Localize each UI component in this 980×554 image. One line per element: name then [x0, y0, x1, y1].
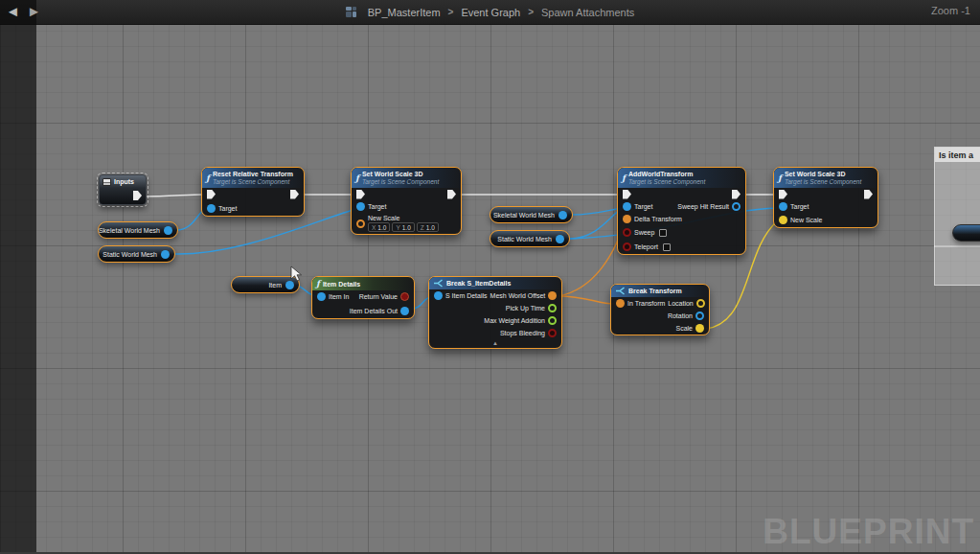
- delta-transform-pin[interactable]: [623, 215, 631, 223]
- breadcrumb: BP_MasterItem > Event Graph > Spawn Atta…: [346, 7, 635, 18]
- exec-out-pin[interactable]: [133, 191, 142, 200]
- location-pin[interactable]: [696, 299, 705, 308]
- tunnel-icon: [103, 178, 111, 186]
- axis-value: 1.0: [402, 224, 411, 231]
- new-scale-pin[interactable]: [356, 219, 365, 228]
- scale-z-input[interactable]: Z1.0: [417, 222, 439, 232]
- node-header: ƒ Set World Scale 3D Target is Scene Com…: [352, 168, 461, 188]
- node-set-world-scale-3d-2[interactable]: ƒ Set World Scale 3D Target is Scene Com…: [773, 167, 878, 228]
- rotation-pin[interactable]: [695, 312, 704, 320]
- function-icon: ƒ: [355, 173, 359, 183]
- node-skeletal-world-mesh-var-2[interactable]: Skeletal World Mesh: [490, 206, 573, 223]
- node-header: ƒ Set World Scale 3D Target is Scene Com…: [774, 168, 877, 188]
- sweep-pin[interactable]: [623, 228, 631, 237]
- variable-label: Static World Mesh: [497, 236, 552, 242]
- exec-out-pin[interactable]: [290, 190, 299, 199]
- stops-bleeding-pin[interactable]: [548, 329, 557, 337]
- new-scale-pin[interactable]: [779, 216, 787, 224]
- back-arrow-icon[interactable]: ◄: [6, 3, 20, 20]
- pin-label: Pick Up Time: [506, 305, 545, 312]
- pin-label: Stops Bleeding: [500, 330, 545, 336]
- blueprint-icon: [346, 7, 356, 17]
- break-struct-icon: [433, 279, 444, 288]
- variable-label: Item: [268, 282, 282, 289]
- object-out-pin[interactable]: [161, 250, 170, 259]
- item-in-pin[interactable]: [317, 292, 326, 301]
- object-out-pin[interactable]: [558, 211, 567, 219]
- sweep-hit-result-pin[interactable]: [732, 202, 741, 211]
- node-title: Set World Scale 3D: [362, 170, 439, 178]
- pin-label: Location: [668, 300, 693, 307]
- object-out-pin[interactable]: [285, 281, 294, 289]
- pin-label: Sweep Hit Result: [677, 203, 729, 210]
- axis-label: Y: [396, 224, 399, 231]
- node-title: Item Details: [323, 280, 360, 289]
- node-break-transform[interactable]: Break Transform In Transform Location Ro…: [610, 284, 710, 335]
- pin-label: Rotation: [668, 312, 693, 319]
- pin-label: New Scale: [368, 215, 439, 221]
- item-details-out-pin[interactable]: [400, 307, 409, 315]
- node-title: AddWorldTransform: [628, 170, 705, 178]
- node-inputs[interactable]: Inputs: [99, 174, 147, 205]
- sweep-checkbox[interactable]: [659, 229, 667, 237]
- node-static-world-mesh-var-2[interactable]: Static World Mesh: [490, 230, 570, 247]
- function-icon: ƒ: [778, 173, 782, 183]
- exec-in-pin[interactable]: [207, 190, 216, 199]
- exec-in-pin[interactable]: [779, 190, 787, 199]
- teleport-pin[interactable]: [623, 242, 631, 251]
- comment-box[interactable]: Is item a: [934, 147, 980, 286]
- node-header: ƒ Reset Relative Transform Target is Sce…: [202, 168, 304, 188]
- object-out-pin[interactable]: [556, 235, 564, 243]
- target-pin[interactable]: [779, 202, 787, 211]
- pin-label: Max Weight Addition: [484, 317, 545, 324]
- node-set-world-scale-3d-1[interactable]: ƒ Set World Scale 3D Target is Scene Com…: [351, 167, 462, 235]
- node-header: Break Transform: [611, 285, 709, 297]
- breadcrumb-subgraph[interactable]: Spawn Attachments: [541, 7, 634, 18]
- blueprint-watermark: BLUEPRINT: [763, 512, 974, 552]
- wire-skeletalmid-to-addtransform-target: [573, 208, 623, 215]
- comment-title[interactable]: Is item a: [935, 148, 980, 162]
- target-pin[interactable]: [356, 202, 365, 211]
- mesh-world-offset-pin[interactable]: [548, 291, 557, 300]
- pin-label: Target: [368, 203, 386, 210]
- in-transform-pin[interactable]: [616, 299, 625, 308]
- node-item-details[interactable]: ƒ Item Details Item In Return Value Item…: [311, 276, 415, 319]
- collapse-arrow[interactable]: ▲: [429, 339, 561, 348]
- exec-in-pin[interactable]: [623, 190, 631, 199]
- node-item-var[interactable]: Item: [231, 276, 300, 293]
- struct-in-pin[interactable]: [434, 291, 443, 300]
- node-title: Inputs: [114, 177, 134, 186]
- node-header: ƒ Item Details: [312, 277, 414, 290]
- exec-in-pin[interactable]: [356, 190, 365, 199]
- pin-label: Target: [634, 203, 652, 210]
- breadcrumb-blueprint[interactable]: BP_MasterItem: [368, 7, 441, 18]
- forward-arrow-icon[interactable]: ►: [27, 3, 41, 20]
- pin-label: Delta Transform: [634, 216, 682, 222]
- axis-value: 1.0: [426, 224, 435, 231]
- pin-label: Sweep: [634, 229, 654, 236]
- scale-x-input[interactable]: X1.0: [368, 222, 390, 232]
- node-title: Set World Scale 3D: [785, 170, 861, 178]
- breadcrumb-graph[interactable]: Event Graph: [461, 7, 520, 18]
- scale-y-input[interactable]: Y1.0: [392, 222, 414, 232]
- object-out-pin[interactable]: [164, 226, 172, 235]
- node-partial-pill[interactable]: [952, 224, 980, 242]
- max-weight-addition-pin[interactable]: [548, 316, 557, 325]
- scale-pin[interactable]: [695, 324, 704, 333]
- node-add-world-transform[interactable]: ƒ AddWorldTransform Target is Scene Comp…: [617, 167, 746, 255]
- axis-label: Z: [421, 224, 424, 231]
- variable-label: Skeletal World Mesh: [99, 227, 160, 234]
- node-break-s-itemdetails[interactable]: Break S_ItemDetails S Item Details Mesh …: [428, 276, 562, 349]
- target-pin[interactable]: [207, 204, 216, 213]
- exec-out-pin[interactable]: [447, 190, 456, 199]
- node-static-world-mesh-var[interactable]: Static World Mesh: [98, 245, 175, 263]
- return-value-pin[interactable]: [400, 292, 409, 301]
- node-skeletal-world-mesh-var[interactable]: Skeletal World Mesh: [98, 221, 178, 239]
- exec-out-pin[interactable]: [864, 190, 873, 199]
- teleport-checkbox[interactable]: [663, 243, 671, 251]
- pick-up-time-pin[interactable]: [548, 304, 557, 312]
- blueprint-editor: BLUEPRINT BP_MasterItem > Event Graph > …: [0, 0, 980, 554]
- node-reset-relative-transform[interactable]: ƒ Reset Relative Transform Target is Sce…: [201, 167, 305, 217]
- target-pin[interactable]: [623, 202, 631, 211]
- exec-out-pin[interactable]: [732, 190, 741, 199]
